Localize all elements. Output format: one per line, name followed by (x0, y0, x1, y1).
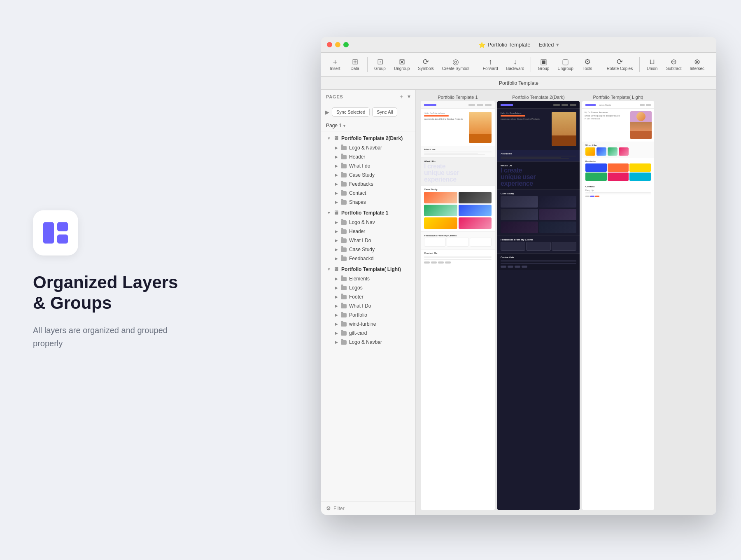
page-name[interactable]: Page 1 ▾ (326, 123, 345, 128)
close-button[interactable] (327, 42, 332, 47)
add-page-icon[interactable]: ＋ (398, 93, 404, 100)
preview-wid-2: What I Do I createunique userexperience (497, 162, 580, 189)
layer-header-dark[interactable]: ▶ Header (321, 152, 415, 161)
layer-what-i-do-tmpl1[interactable]: ▶ What I Do (321, 236, 415, 245)
secondary-bar: Portfolio Template (321, 77, 716, 90)
layer-logo-navbar-light[interactable]: ▶ Logo & Navbar (321, 338, 415, 347)
folder-logo-nav-tmpl1 (341, 220, 347, 225)
chevron-portfolio-light: ▶ (334, 313, 338, 317)
layer-elements-light-label: Elements (349, 276, 370, 282)
layer-feedbacks-dark[interactable]: ▶ Feedbacks (321, 180, 415, 189)
sidebar-header: PAGES ＋ ▾ (321, 90, 415, 104)
layer-elements-light[interactable]: ▶ Elements (321, 274, 415, 283)
layer-feedbacks-dark-label: Feedbacks (349, 181, 373, 187)
sub-title: All layers are organized and grouped pro… (33, 323, 189, 350)
folder-case-study-dark (341, 173, 347, 177)
layer-logo-navbar-dark[interactable]: ▶ Logo & Navbar (321, 143, 415, 152)
chevron-dark-icon: ▼ (327, 136, 331, 140)
cs-item-1b (459, 192, 492, 203)
toolbar-intersect[interactable]: ⊗ Intersec (686, 56, 708, 72)
frame-label-1: Portfolio Template 1 (421, 95, 495, 100)
layer-what-i-do-light[interactable]: ▶ What I Do (321, 301, 415, 310)
forward-label: Forward (483, 66, 498, 71)
toolbar-tools[interactable]: ⚙ Tools (578, 56, 597, 72)
page-name-text: Page 1 (326, 123, 342, 128)
chevron-logos-light: ▶ (334, 286, 338, 290)
chevron-wind-turbine-light: ▶ (334, 322, 338, 326)
layer-feedbackd-tmpl1[interactable]: ▶ Feedbackd (321, 254, 415, 263)
frame-column-1: Portfolio Template 1 (421, 95, 495, 510)
ct-line-1c (424, 259, 492, 260)
toolbar-ungroup[interactable]: ⊠ Ungroup (391, 56, 413, 72)
group-header-dark[interactable]: ▼ 🖥 Portfolio Template 2(Dark) (321, 133, 415, 143)
preview-portrait-3 (630, 111, 652, 139)
group-dark-label: Portfolio Template 2(Dark) (341, 135, 403, 141)
chevron-what-i-do-dark: ▶ (334, 164, 338, 168)
toolbar-group2[interactable]: ▣ Group (534, 56, 552, 72)
icon-grid (43, 222, 68, 244)
chevron-gift-card-light: ▶ (334, 331, 338, 335)
filter-label: Filter (333, 506, 345, 511)
toolbar-ungroup2[interactable]: ▢ Ungroup (554, 56, 576, 72)
folder-feedbackd-tmpl1 (341, 257, 347, 261)
title-bar-center: ⭐ Portfolio Template — Edited ▾ (478, 42, 559, 48)
create-symbol-icon: ◎ (452, 58, 459, 65)
tools-label: Tools (583, 66, 592, 71)
toolbar-subtract[interactable]: ⊖ Subtract (663, 56, 685, 72)
layer-wind-turbine-light[interactable]: ▶ wind-turbine (321, 320, 415, 329)
preview-about-content-1 (424, 152, 492, 155)
left-panel: Organized Layers & Groups All layers are… (33, 210, 189, 350)
layer-gift-card-light[interactable]: ▶ gift-card (321, 329, 415, 338)
toolbar-union[interactable]: ⊔ Union (643, 56, 661, 72)
monitor-light-icon: 🖥 (333, 266, 339, 272)
group2-icon: ▣ (540, 58, 547, 65)
folder-header-dark (341, 155, 347, 159)
cs-item-1e (424, 217, 457, 229)
layer-footer-light[interactable]: ▶ Footer (321, 292, 415, 301)
chevron-what-i-do-light: ▶ (334, 304, 338, 308)
layer-case-study-dark[interactable]: ▶ Case Study (321, 170, 415, 180)
toolbar-backward[interactable]: ↓ Backward (503, 56, 528, 72)
chevron-logo-nav-tmpl1: ▶ (334, 220, 338, 224)
toolbar-data[interactable]: ⊞ Data (346, 56, 364, 72)
sync-selected-button[interactable]: Sync Selected (332, 107, 370, 117)
group-header-light[interactable]: ▼ 🖥 Portfolio Template( Light) (321, 264, 415, 274)
chevron-feedbacks-dark: ▶ (334, 182, 338, 186)
chevron-light-icon: ▼ (327, 267, 331, 271)
layer-shapes-dark[interactable]: ▶ Shapes (321, 198, 415, 207)
toolbar-create-symbol[interactable]: ◎ Create Symbol (439, 56, 473, 72)
chevron-case-study-dark: ▶ (334, 173, 338, 177)
sync-all-button[interactable]: Sync All (372, 107, 397, 117)
intersect-icon: ⊗ (694, 58, 700, 65)
toolbar-rotate-copies[interactable]: ⟳ Rotate Copies (604, 56, 636, 72)
layer-what-i-do-dark-label: What I do (349, 163, 370, 169)
layer-header-tmpl1[interactable]: ▶ Header (321, 227, 415, 236)
preview-cs-grid-2 (501, 196, 576, 233)
more-pages-icon[interactable]: ▾ (408, 93, 410, 100)
fullscreen-button[interactable] (343, 42, 349, 47)
folder-contact-dark (341, 191, 347, 196)
toolbar-insert[interactable]: ＋ Insert (326, 56, 344, 72)
preview-fb-2: Feedbacks From My Clients (497, 236, 580, 253)
page-wrapper: Organized Layers & Groups All layers are… (0, 0, 741, 560)
toolbar-forward[interactable]: ↑ Forward (480, 56, 501, 72)
layer-shapes-dark-label: Shapes (349, 199, 366, 205)
layer-group-dark: ▼ 🖥 Portfolio Template 2(Dark) ▶ Logo & … (321, 133, 415, 207)
layer-what-i-do-dark[interactable]: ▶ What I do (321, 161, 415, 170)
layer-tree[interactable]: ▼ 🖥 Portfolio Template 2(Dark) ▶ Logo & … (321, 131, 415, 502)
frame-column-3: Portfolio Template( Light) Lunes Studio (582, 95, 654, 510)
chevron-logo-navbar-light: ▶ (334, 340, 338, 344)
layer-portfolio-light[interactable]: ▶ Portfolio (321, 310, 415, 320)
layer-logos-light[interactable]: ▶ Logos (321, 283, 415, 292)
layer-contact-dark[interactable]: ▶ Contact (321, 189, 415, 198)
group-header-tmpl1[interactable]: ▼ 🖥 Portfolio Template 1 (321, 208, 415, 218)
preview-logo-1 (424, 104, 436, 106)
layer-case-study-tmpl1[interactable]: ▶ Case Study (321, 245, 415, 254)
toolbar-symbols[interactable]: ⟳ Symbols (415, 56, 437, 72)
minimize-button[interactable] (335, 42, 340, 47)
layer-logo-nav-tmpl1[interactable]: ▶ Logo & Nav (321, 218, 415, 227)
title-star-icon: ⭐ (478, 42, 485, 48)
toolbar-group[interactable]: ⊡ Group (371, 56, 389, 72)
monitor-dark-icon: 🖥 (333, 135, 339, 141)
layer-what-i-do-light-label: What I Do (349, 303, 371, 309)
